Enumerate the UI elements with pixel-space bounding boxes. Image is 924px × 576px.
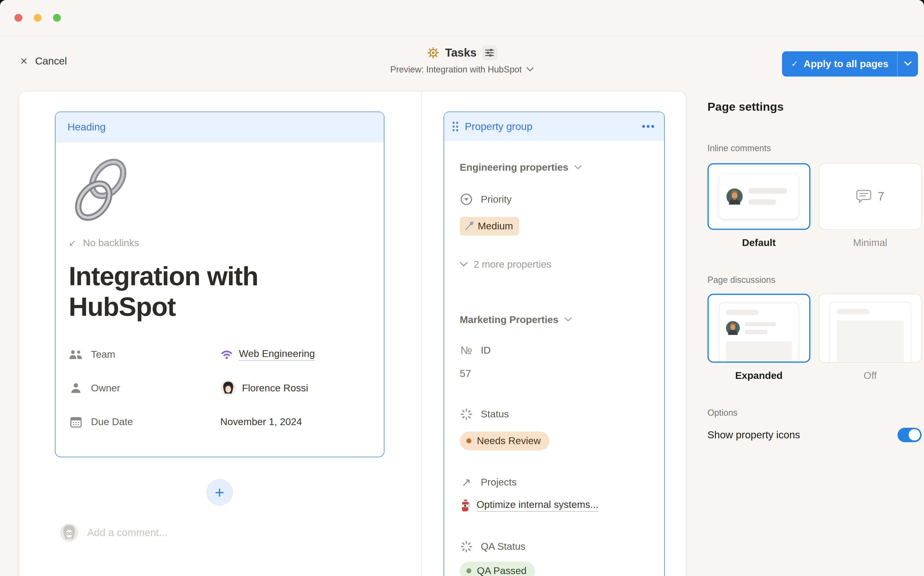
priority-property[interactable]: Priority — [460, 192, 512, 207]
priority-value: Medium — [478, 221, 513, 232]
property-label: Due Date — [91, 416, 133, 427]
inline-comments-label: Inline comments — [707, 143, 922, 154]
section-engineering-properties[interactable]: Engineering properties — [460, 160, 582, 175]
inline-minimal-label: Minimal — [819, 237, 922, 248]
inline-default-label: Default — [707, 237, 811, 248]
check-icon: ✓ — [791, 59, 798, 69]
status-spinner-icon — [460, 408, 473, 420]
qa-status-label: QA Status — [481, 541, 525, 552]
inline-comments-minimal-option[interactable]: 7 — [819, 163, 922, 230]
comment-input-placeholder[interactable]: Add a comment... — [87, 527, 168, 538]
project-relation-link[interactable]: Optimize internal systems... — [460, 497, 598, 514]
backlinks-indicator[interactable]: ↙ No backlinks — [69, 237, 370, 249]
arrow-down-left-icon: ↙ — [69, 238, 76, 248]
discussions-expanded-option[interactable] — [707, 294, 811, 363]
column-divider — [421, 91, 422, 576]
project-link-label: Optimize internal systems... — [477, 499, 598, 512]
property-label: Owner — [91, 382, 120, 394]
preview-label: Preview: Integration with HubSpot — [390, 64, 522, 75]
more-options-icon[interactable]: ••• — [642, 121, 656, 132]
projects-property[interactable]: ↗ Projects — [460, 474, 517, 490]
close-window-button[interactable] — [14, 14, 22, 22]
needle-icon — [464, 221, 474, 231]
property-group-block[interactable]: Property group ••• Engineering propertie… — [444, 112, 665, 576]
wifi-team-icon — [220, 349, 233, 360]
cancel-button[interactable]: ✕ Cancel — [20, 55, 67, 67]
drag-handle-icon[interactable] — [453, 122, 458, 131]
chevron-down-icon — [565, 317, 572, 322]
id-value[interactable]: 57 — [460, 368, 471, 382]
status-value: Needs Review — [477, 435, 541, 446]
chevron-down-icon — [527, 67, 534, 72]
status-property[interactable]: Status — [460, 406, 509, 422]
apply-options-dropdown[interactable] — [897, 51, 918, 77]
page-preview-canvas: Heading ↙ No backlinks Integration with … — [19, 91, 686, 576]
comment-count: 7 — [878, 189, 884, 203]
tasks-database-icon — [427, 46, 440, 59]
app-window: ✕ Cancel Tasks — [0, 0, 924, 576]
owner-avatar — [220, 380, 236, 396]
view-options-button[interactable] — [482, 45, 497, 61]
projects-label: Projects — [481, 477, 517, 488]
discussions-off-label: Off — [819, 370, 922, 381]
cancel-label: Cancel — [35, 55, 67, 67]
section-marketing-properties[interactable]: Marketing Properties — [460, 312, 572, 327]
discussions-expanded-label: Expanded — [707, 370, 811, 381]
qa-status-dot — [466, 568, 471, 573]
apply-button-label: Apply to all pages — [804, 58, 889, 70]
avatar — [726, 321, 740, 335]
chevron-down-icon — [575, 165, 582, 170]
status-dot — [466, 438, 471, 443]
page-mock-expanded — [719, 302, 799, 363]
inline-comments-default-option[interactable] — [707, 163, 811, 230]
arrow-up-right-icon: ↗ — [460, 476, 473, 489]
page-mock-off — [830, 302, 911, 363]
show-property-icons-setting: Show property icons — [707, 428, 922, 442]
editor-toolbar: ✕ Cancel Tasks — [0, 36, 924, 92]
options-label: Options — [707, 408, 922, 418]
team-value-link[interactable]: Web Engineering — [239, 348, 315, 361]
comment-count-mock: 7 — [856, 189, 884, 204]
status-spinner-icon — [460, 541, 473, 553]
status-label: Status — [481, 408, 509, 420]
fire-extinguisher-icon — [460, 499, 471, 512]
left-column-footer: + Add a comment... — [55, 458, 385, 542]
id-label: ID — [481, 345, 491, 356]
status-value-pill[interactable]: Needs Review — [460, 432, 549, 450]
select-property-icon — [460, 193, 473, 205]
add-comment-row[interactable]: Add a comment... — [55, 523, 385, 542]
minimize-window-button[interactable] — [34, 14, 41, 22]
qa-status-value-pill[interactable]: QA Passed — [460, 562, 535, 576]
priority-value-tag[interactable]: Medium — [460, 217, 519, 236]
property-group-body: Engineering properties Priority — [444, 141, 664, 576]
chevron-down-icon — [904, 61, 911, 66]
apply-to-all-pages-button[interactable]: ✓ Apply to all pages — [782, 51, 918, 77]
database-header: Tasks Preview: Integration with HubSpot — [390, 45, 534, 75]
heading-block[interactable]: Heading ↙ No backlinks Integration with … — [55, 112, 385, 458]
add-block-button[interactable]: + — [206, 479, 233, 506]
property-group-header[interactable]: Property group ••• — [444, 112, 664, 141]
page-title: Integration with HubSpot — [69, 261, 340, 322]
property-group-label: Property group — [465, 121, 635, 133]
section-title-label: Marketing Properties — [460, 314, 559, 325]
property-row-owner[interactable]: Owner Florence Rossi — [69, 371, 370, 405]
page-properties: Team — [69, 338, 370, 439]
property-row-team[interactable]: Team — [69, 338, 370, 371]
property-label: Team — [91, 349, 115, 360]
id-property[interactable]: № ID — [460, 342, 491, 358]
show-property-icons-toggle[interactable] — [897, 428, 922, 442]
avatar — [726, 189, 743, 205]
database-title: Tasks — [445, 46, 476, 59]
preview-page-selector[interactable]: Preview: Integration with HubSpot — [390, 64, 534, 75]
qa-status-property[interactable]: QA Status — [460, 539, 525, 554]
heading-block-header[interactable]: Heading — [56, 112, 384, 142]
property-row-due-date[interactable]: Due Date November 1, 2024 — [69, 405, 370, 439]
discussions-off-option[interactable] — [819, 294, 922, 363]
traffic-lights — [14, 14, 61, 22]
more-properties-label: 2 more properties — [474, 259, 551, 270]
zoom-window-button[interactable] — [53, 14, 61, 22]
heading-block-body: ↙ No backlinks Integration with HubSpot — [56, 158, 384, 439]
toggle-knob — [909, 429, 920, 441]
calendar-icon — [69, 416, 83, 428]
more-properties-toggle[interactable]: 2 more properties — [460, 257, 552, 272]
